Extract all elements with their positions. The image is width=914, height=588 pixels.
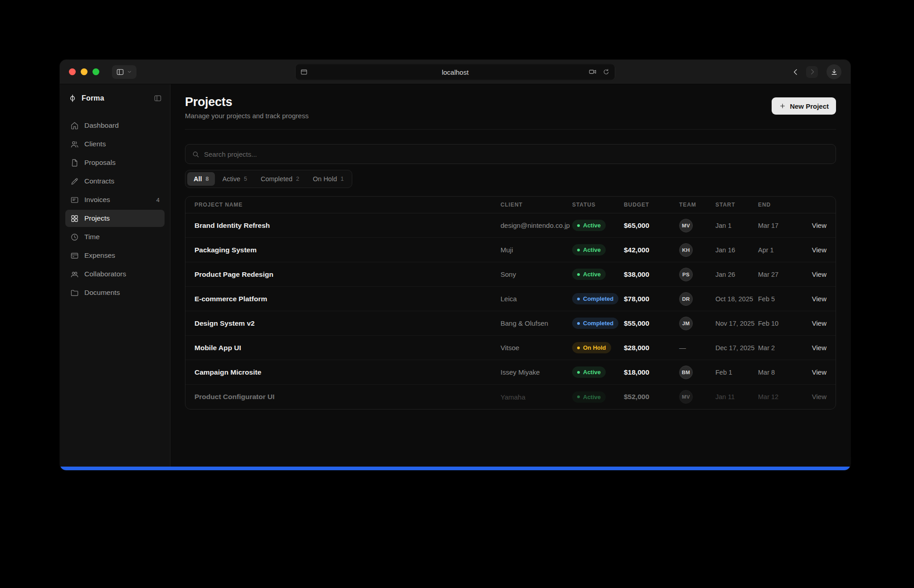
team-cell: DR xyxy=(679,292,715,306)
project-name: Product Page Redesign xyxy=(194,270,501,279)
table-row[interactable]: Packaging SystemMujiActive$42,000KHJan 1… xyxy=(185,238,836,262)
minimize-window-button[interactable] xyxy=(81,68,88,75)
end-date: Feb 10 xyxy=(758,320,799,327)
client-name: Yamaha xyxy=(501,393,572,401)
sidebar-item-expenses[interactable]: Expenses xyxy=(65,247,165,264)
browser-nav-controls xyxy=(791,64,841,79)
status-badge: Active xyxy=(572,391,606,403)
sidebar-item-documents[interactable]: Documents xyxy=(65,284,165,301)
reload-icon[interactable] xyxy=(603,68,610,76)
status-dot-icon xyxy=(577,347,580,349)
downloads-button[interactable] xyxy=(826,64,841,79)
status-dot-icon xyxy=(577,395,580,398)
camera-permissions-icon[interactable] xyxy=(588,68,597,76)
filter-tab-all[interactable]: All8 xyxy=(187,172,215,186)
sidebar-item-proposals[interactable]: Proposals xyxy=(65,154,165,171)
table-row[interactable]: E-commerce PlatformLeicaCompleted$78,000… xyxy=(185,287,836,311)
sidebar-item-label: Invoices xyxy=(84,196,110,204)
start-date: Nov 17, 2025 xyxy=(715,320,758,327)
start-date: Dec 17, 2025 xyxy=(715,344,758,352)
contract-icon xyxy=(70,177,79,186)
sidebar-collapse-icon[interactable] xyxy=(154,94,162,102)
browser-window: localhost Forma DashboardClientsProposal… xyxy=(60,60,851,470)
view-link[interactable]: View xyxy=(812,344,826,352)
end-date: Apr 1 xyxy=(758,246,799,254)
status-cell: Completed xyxy=(572,293,624,304)
browser-sidebar-toggle[interactable] xyxy=(112,65,136,79)
sidebar-item-label: Clients xyxy=(84,140,106,148)
budget-value: $28,000 xyxy=(624,344,679,352)
zoom-window-button[interactable] xyxy=(92,68,99,75)
team-avatar: JM xyxy=(679,317,693,330)
sidebar-item-invoices[interactable]: Invoices4 xyxy=(65,191,165,208)
page-subtitle: Manage your projects and track progress xyxy=(185,112,309,120)
status-cell: Active xyxy=(572,220,624,231)
home-icon xyxy=(70,121,79,130)
view-cell: View xyxy=(799,393,826,401)
view-cell: View xyxy=(799,368,826,376)
client-name: Issey Miyake xyxy=(501,368,572,376)
sidebar-item-clients[interactable]: Clients xyxy=(65,135,165,153)
new-project-button[interactable]: New Project xyxy=(772,97,836,115)
view-link[interactable]: View xyxy=(812,270,826,278)
address-bar[interactable]: localhost xyxy=(295,63,615,80)
traffic-lights xyxy=(69,68,99,75)
table-row[interactable]: Brand Identity Refreshdesign@nintendo.co… xyxy=(185,213,836,238)
status-cell: Active xyxy=(572,366,624,378)
filter-tab-on-hold[interactable]: On Hold1 xyxy=(306,172,350,186)
team-avatar: PS xyxy=(679,268,693,281)
sidebar-item-time[interactable]: Time xyxy=(65,228,165,246)
project-name: Brand Identity Refresh xyxy=(194,222,501,230)
status-cell: Active xyxy=(572,244,624,255)
projects-grid-icon xyxy=(70,214,79,223)
forward-button[interactable] xyxy=(806,66,818,78)
view-link[interactable]: View xyxy=(812,319,826,327)
view-cell: View xyxy=(799,222,826,230)
view-cell: View xyxy=(799,270,826,279)
expenses-icon xyxy=(70,251,79,260)
project-name: Packaging System xyxy=(194,246,501,254)
sidebar-item-contracts[interactable]: Contracts xyxy=(65,173,165,190)
search-input[interactable] xyxy=(204,150,829,158)
page-header: Projects Manage your projects and track … xyxy=(185,84,836,130)
sidebar-item-projects[interactable]: Projects xyxy=(65,210,165,227)
column-header: CLIENT xyxy=(501,202,572,208)
table-row[interactable]: Campaign MicrositeIssey MiyakeActive$18,… xyxy=(185,360,836,385)
end-date: Mar 27 xyxy=(758,271,799,278)
filter-tab-active[interactable]: Active5 xyxy=(216,172,253,186)
view-link[interactable]: View xyxy=(812,295,826,303)
start-date: Oct 18, 2025 xyxy=(715,295,758,303)
filter-tab-completed[interactable]: Completed2 xyxy=(254,172,306,186)
team-cell: KH xyxy=(679,243,715,257)
table-row[interactable]: Design System v2Bang & OlufsenCompleted$… xyxy=(185,311,836,336)
view-link[interactable]: View xyxy=(812,393,826,400)
team-cell: — xyxy=(679,344,715,352)
sidebar-nav: DashboardClientsProposalsContractsInvoic… xyxy=(60,112,170,306)
view-link[interactable]: View xyxy=(812,222,826,229)
table-row[interactable]: Mobile App UIVitsoeOn Hold$28,000—Dec 17… xyxy=(185,336,836,360)
table-body: Brand Identity Refreshdesign@nintendo.co… xyxy=(185,213,836,409)
team-avatar: DR xyxy=(679,292,693,306)
team-avatar: BM xyxy=(679,366,693,379)
filter-count: 8 xyxy=(206,176,209,182)
sidebar-item-label: Contracts xyxy=(84,177,114,185)
view-link[interactable]: View xyxy=(812,246,826,254)
end-date: Mar 8 xyxy=(758,369,799,376)
sidebar-item-dashboard[interactable]: Dashboard xyxy=(65,117,165,134)
close-window-button[interactable] xyxy=(69,68,76,75)
collaborators-icon xyxy=(70,270,79,279)
table-row[interactable]: Product Configurator UIYamahaActive$52,0… xyxy=(185,385,836,409)
sidebar-item-label: Expenses xyxy=(84,251,115,260)
view-link[interactable]: View xyxy=(812,368,826,376)
sidebar-item-collaborators[interactable]: Collaborators xyxy=(65,265,165,283)
table-row[interactable]: Product Page RedesignSonyActive$38,000PS… xyxy=(185,262,836,287)
view-cell: View xyxy=(799,246,826,254)
page-title: Projects xyxy=(185,95,309,109)
column-header: STATUS xyxy=(572,202,624,208)
back-button[interactable] xyxy=(791,67,800,77)
url-text: localhost xyxy=(442,68,468,76)
budget-value: $18,000 xyxy=(624,368,679,376)
column-header: PROJECT NAME xyxy=(194,202,501,208)
search-bar xyxy=(185,144,836,164)
filter-label: Active xyxy=(222,175,240,183)
